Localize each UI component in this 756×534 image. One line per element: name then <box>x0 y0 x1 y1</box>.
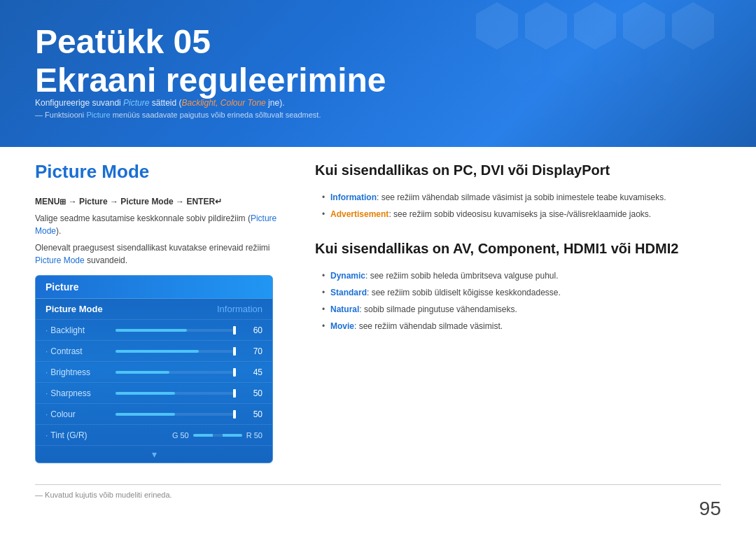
tint-row[interactable]: ·Tint (G/R) G 50 R 50 <box>36 425 272 446</box>
main-content: Picture Mode MENU⊞ → Picture → Picture M… <box>0 161 756 534</box>
colour-row[interactable]: ·Colour 50 <box>36 404 272 425</box>
backlight-value: 60 <box>241 325 262 335</box>
colour-fill <box>115 413 175 416</box>
colour-slider[interactable] <box>115 413 234 416</box>
tint-r-label: R 50 <box>246 431 262 440</box>
picture-ui-box: Picture Picture Mode Information ·Backli… <box>35 275 273 463</box>
contrast-label: ·Contrast <box>46 346 108 356</box>
tint-controls: G 50 R 50 <box>108 431 262 440</box>
bullet-information: Information: see režiim vähendab silmade… <box>322 189 756 206</box>
tint-g-label: G 50 <box>172 431 189 440</box>
contrast-slider[interactable] <box>115 350 234 353</box>
tint-fill-left <box>193 434 213 437</box>
contrast-fill <box>115 350 199 353</box>
header-section: Peatükk 05 Ekraani reguleerimine Konfigu… <box>0 0 756 147</box>
sharpness-label: ·Sharpness <box>46 388 108 398</box>
bullet-natural: Natural: sobib silmade pingutuse vähenda… <box>322 301 756 318</box>
picture-mode-label: Picture Mode <box>46 304 130 314</box>
right-column: Kui sisendallikas on PC, DVI või Display… <box>315 161 756 351</box>
brightness-fill <box>115 371 169 374</box>
contrast-thumb <box>233 347 236 356</box>
contrast-row[interactable]: ·Contrast 70 <box>36 341 272 362</box>
header-title: Peatükk 05 Ekraani reguleerimine <box>35 22 386 99</box>
brightness-slider[interactable] <box>115 371 234 374</box>
picture-mode-row[interactable]: Picture Mode Information <box>36 299 272 320</box>
page-title: Ekraani reguleerimine <box>35 61 386 99</box>
colour-value: 50 <box>241 409 262 419</box>
colour-thumb <box>233 410 236 419</box>
bullet-standard: Standard: see režiim sobib üldiselt kõig… <box>322 284 756 301</box>
brightness-value: 45 <box>241 367 262 377</box>
hex-decorations <box>392 0 756 147</box>
left-column: Picture Mode MENU⊞ → Picture → Picture M… <box>35 161 294 463</box>
section2-bullets: Dynamic: see režiim sobib heleda ümbrits… <box>315 267 756 335</box>
backlight-thumb <box>233 326 236 335</box>
subtitle-line2: — Funktsiooni Picture menüüs saadavate p… <box>35 111 321 119</box>
backlight-slider[interactable] <box>115 329 234 332</box>
bullet-dynamic: Dynamic: see režiim sobib heleda ümbrits… <box>322 267 756 284</box>
tint-fill-right <box>223 434 242 437</box>
picture-mode-value: Information <box>217 304 262 314</box>
sharpness-fill <box>115 392 175 395</box>
backlight-row[interactable]: ·Backlight 60 <box>36 320 272 341</box>
footer-note: — Kuvatud kujutis võib mudeliti erineda. <box>35 484 721 499</box>
footer-note-text: — Kuvatud kujutis võib mudeliti erineda. <box>35 491 721 499</box>
brightness-row[interactable]: ·Brightness 45 <box>36 362 272 383</box>
sharpness-value: 50 <box>241 388 262 398</box>
bullet-advertisement: Advertisement: see režiim sobib videosis… <box>322 206 756 223</box>
scroll-down-indicator: ▾ <box>36 446 272 463</box>
desc1: Valige seadme kasutamise keskkonnale sob… <box>35 212 294 237</box>
section1-bullets: Information: see režiim vähendab silmade… <box>315 189 756 223</box>
chapter-label: Peatükk 05 <box>35 22 386 61</box>
header-subtitles: Konfigureerige suvandi Picture sätteid (… <box>35 98 321 119</box>
brightness-thumb <box>233 368 236 377</box>
sharpness-row[interactable]: ·Sharpness 50 <box>36 383 272 404</box>
backlight-label: ·Backlight <box>46 325 108 335</box>
brightness-label: ·Brightness <box>46 367 108 377</box>
menu-path: MENU⊞ → Picture → Picture Mode → ENTER↵ <box>35 197 294 206</box>
contrast-value: 70 <box>241 346 262 356</box>
bullet-movie: Movie: see režiim vähendab silmade väsim… <box>322 318 756 335</box>
desc2: Olenevalt praegusest sisendallikast kuva… <box>35 241 294 267</box>
tint-label: ·Tint (G/R) <box>46 430 108 440</box>
section1-title: Kui sisendallikas on PC, DVI või Display… <box>315 161 756 179</box>
backlight-fill <box>115 329 187 332</box>
sharpness-thumb <box>233 389 236 398</box>
picture-ui-header: Picture <box>36 276 272 299</box>
section2-title: Kui sisendallikas on AV, Component, HDMI… <box>315 239 756 258</box>
sharpness-slider[interactable] <box>115 392 234 395</box>
subtitle-line1: Konfigureerige suvandi Picture sätteid (… <box>35 98 321 108</box>
picture-mode-section-title: Picture Mode <box>35 161 294 183</box>
page-number: 95 <box>699 498 721 520</box>
colour-label: ·Colour <box>46 409 108 419</box>
tint-slider[interactable] <box>193 434 242 437</box>
